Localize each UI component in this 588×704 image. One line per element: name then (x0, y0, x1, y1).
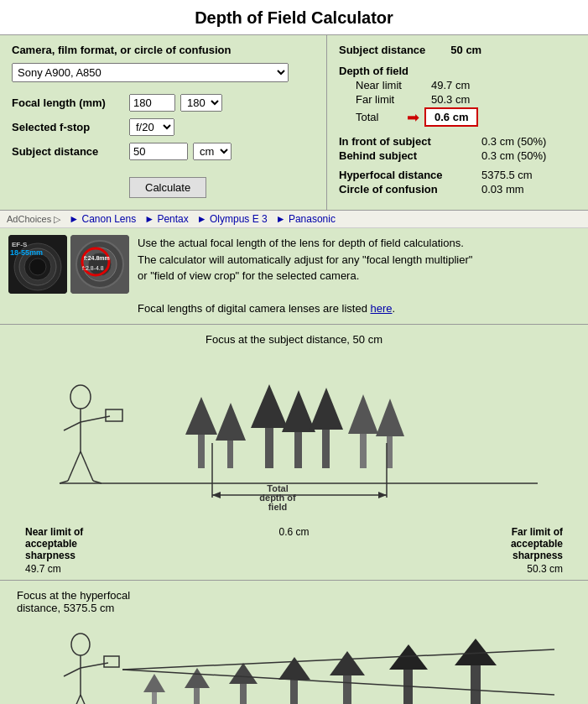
in-front-row: In front of subject 0.3 cm (50%) (339, 135, 576, 148)
result-subject-value: 50 cm (450, 44, 481, 56)
focal-length-label: Focal length (mm) (12, 96, 129, 109)
svg-marker-42 (378, 492, 387, 498)
far-limit-label: Far limit (356, 93, 431, 106)
result-subject-distance: Subject distance 50 cm (339, 44, 576, 56)
hyperfocal-diagram-title: Focus at the hyperfocaldistance, 5375.5 … (8, 589, 580, 614)
svg-line-52 (81, 695, 91, 705)
arrow-icon: ➡ (407, 108, 419, 127)
svg-marker-30 (282, 390, 315, 432)
far-trees (348, 394, 404, 468)
distance-unit-select[interactable]: cm m ft in (193, 143, 232, 160)
lens-image-1: EF-S 18-55mm (8, 235, 67, 294)
page-title: Depth of Field Calculator (0, 0, 588, 35)
ad-link-panasonic[interactable]: ► Panasonic (276, 213, 336, 225)
in-front-behind-section: In front of subject 0.3 cm (50%) Behind … (339, 135, 576, 162)
svg-marker-65 (330, 651, 365, 675)
subject-distance-input[interactable] (129, 143, 188, 160)
distance-labels: 49.7 cm 50.3 cm (8, 561, 580, 575)
subject-distance-label: Subject distance (12, 145, 129, 158)
fstop-label: Selected f-stop (12, 121, 129, 133)
far-limit-diagram-label: Far limit ofacceptablesharpness (462, 526, 563, 561)
svg-marker-59 (185, 668, 210, 688)
calculate-button[interactable]: Calculate (129, 177, 206, 198)
svg-rect-18 (106, 409, 122, 421)
svg-rect-56 (152, 691, 157, 705)
info-line2: The calculator will automatically adjust… (138, 253, 472, 266)
info-line1: Use the actual focal length of the lens … (138, 237, 464, 249)
fstop-select[interactable]: f/1.4f/2f/2.8 f/4f/5.6f/8 f/11f/16f/20 f… (129, 118, 174, 136)
dof-diagram-section: Focus at the subject distance, 50 cm (0, 325, 588, 581)
svg-text:EF-S: EF-S (12, 241, 28, 248)
info-section: EF-S 18-55mm f:24.8mm f:2.8-4.8 Use the … (0, 228, 588, 325)
svg-line-19 (68, 451, 81, 481)
ad-choices-label: AdChoices ▷ (7, 214, 60, 225)
lens-image-2: f:24.8mm f:2.8-4.8 (70, 235, 129, 294)
total-value: 0.6 cm (424, 107, 478, 127)
camera-section-label: Camera, film format, or circle of confus… (12, 44, 315, 56)
coc-label: Circle of confusion (339, 183, 473, 196)
svg-line-20 (81, 451, 93, 481)
behind-label: Behind subject (339, 149, 473, 162)
diagram-title: Focus at the subject distance, 50 cm (8, 333, 580, 346)
diagram-labels: Near limit ofacceptablesharpness 0.6 cm … (8, 526, 580, 561)
near-limit-value: 49.7 cm (431, 79, 470, 91)
camera-select-row: Sony A900, A850 Canon EOS 5D Nikon D700 … (12, 63, 315, 82)
left-panel: Camera, film format, or circle of confus… (0, 35, 327, 210)
svg-rect-23 (198, 435, 205, 468)
in-front-label: In front of subject (339, 135, 473, 148)
right-panel: Subject distance 50 cm Depth of field Ne… (327, 35, 588, 210)
svg-text:f:2.8-4.8: f:2.8-4.8 (82, 265, 104, 271)
hyperfocal-diagram-svg: ← Depth of field → (18, 619, 571, 705)
fstop-row: Selected f-stop f/1.4f/2f/2.8 f/4f/5.6f/… (12, 118, 315, 136)
far-distance-label: 50.3 cm (527, 563, 563, 575)
svg-marker-26 (216, 403, 246, 441)
here-link[interactable]: here (370, 302, 392, 315)
svg-marker-28 (251, 384, 288, 428)
svg-text:field: field (268, 502, 287, 512)
svg-rect-64 (343, 674, 351, 705)
hyperfocal-diagram-section: Focus at the hyperfocaldistance, 5375.5 … (0, 581, 588, 705)
dof-diagram-svg: Total depth of field (18, 351, 571, 519)
coc-value: 0.03 mm (481, 183, 524, 196)
hyperfocal-section: Hyperfocal distance 5375.5 cm Circle of … (339, 169, 576, 196)
svg-marker-57 (143, 674, 165, 692)
svg-marker-34 (348, 394, 378, 434)
total-label: Total (356, 111, 402, 123)
result-subject-label: Subject distance (339, 44, 425, 56)
coc-row: Circle of confusion 0.03 mm (339, 183, 576, 196)
total-dof-diagram-value: 0.6 cm (278, 526, 309, 561)
svg-rect-58 (194, 686, 200, 705)
near-limit-row: Near limit 49.7 cm (339, 79, 576, 91)
dof-section: Depth of field Near limit 49.7 cm Far li… (339, 65, 576, 127)
svg-rect-29 (294, 430, 302, 468)
ad-link-pentax[interactable]: ► Pentax (144, 213, 189, 225)
behind-row: Behind subject 0.3 cm (50%) (339, 149, 576, 162)
far-limit-row: Far limit 50.3 cm (339, 93, 576, 106)
near-limit-label: Near limit (356, 79, 431, 91)
svg-line-51 (70, 695, 81, 705)
focal-length-input[interactable] (129, 94, 175, 112)
svg-rect-31 (322, 428, 330, 468)
svg-rect-50 (104, 656, 119, 667)
info-line3: or "field of view crop" for the selected… (138, 269, 359, 282)
svg-rect-25 (227, 439, 233, 468)
camera-select[interactable]: Sony A900, A850 Canon EOS 5D Nikon D700 … (12, 63, 289, 82)
svg-rect-60 (240, 682, 247, 705)
hyperfocal-value: 5375.5 cm (481, 169, 533, 181)
svg-rect-35 (387, 435, 393, 468)
focal-length-row: Focal length (mm) ▼ 18243550 85100135180… (12, 94, 315, 112)
svg-marker-63 (278, 657, 310, 680)
info-period: . (393, 302, 396, 315)
svg-marker-41 (212, 492, 221, 498)
svg-marker-24 (185, 397, 217, 435)
svg-line-49 (64, 668, 81, 676)
hyperfocal-label: Hyperfocal distance (339, 169, 473, 181)
behind-value: 0.3 cm (50%) (481, 149, 546, 162)
focal-length-select[interactable]: ▼ 18243550 85100135180 200300 (180, 94, 222, 112)
svg-point-46 (71, 634, 90, 655)
svg-rect-27 (265, 426, 273, 468)
ad-link-canon[interactable]: ► Canon Lens (69, 213, 136, 225)
far-limit-value: 50.3 cm (431, 93, 470, 106)
svg-rect-62 (290, 678, 298, 705)
ad-link-olympus[interactable]: ► Olympus E 3 (197, 213, 268, 225)
